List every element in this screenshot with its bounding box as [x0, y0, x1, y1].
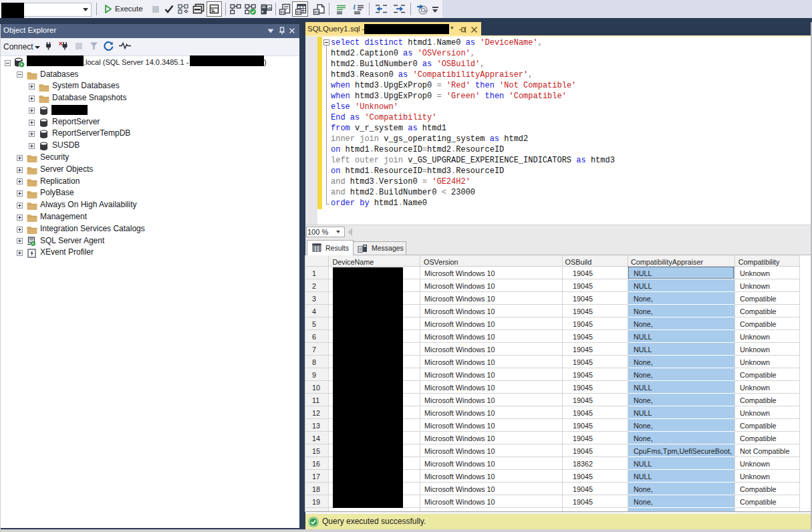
svg-text:01: 01: [315, 10, 319, 14]
svg-text:01: 01: [297, 10, 301, 14]
svg-text:01: 01: [281, 10, 285, 14]
